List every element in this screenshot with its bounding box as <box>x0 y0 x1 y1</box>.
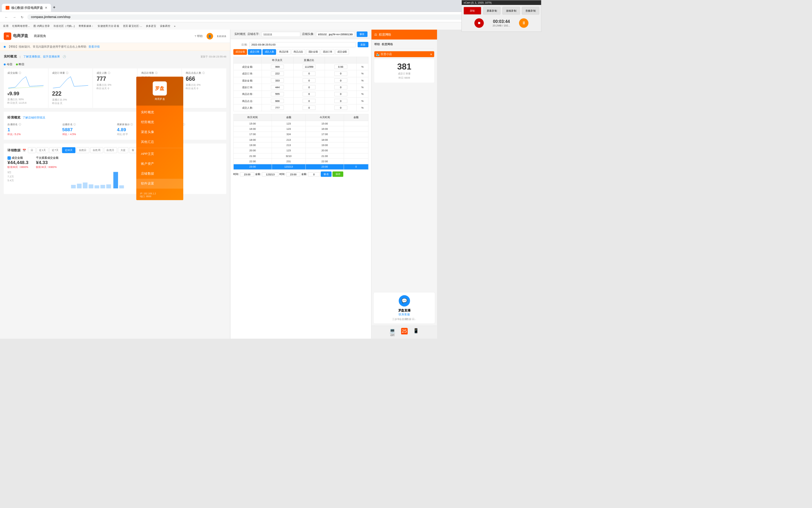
refund-amt-v1-input[interactable] <box>271 78 284 83</box>
back-button[interactable]: ← <box>4 14 9 20</box>
modify-store-button[interactable]: 修改 <box>357 31 368 37</box>
game-record-btn[interactable]: 游戏录制 <box>502 7 520 14</box>
customer-service-contact[interactable]: 联系客服 <box>376 313 432 316</box>
visitors-v3-input[interactable] <box>334 92 347 96</box>
menu-channel[interactable]: 渠道头像 <box>136 127 183 137</box>
revenue-v1-input[interactable] <box>271 65 284 69</box>
bottom-icon-2[interactable]: 25 <box>401 328 408 337</box>
bookmark-anjie[interactable]: 安捷使用方法·语雀 <box>96 24 121 28</box>
refund-amt-v3-input[interactable] <box>334 78 347 83</box>
store-close-btn[interactable]: ✕ <box>430 53 432 56</box>
bookmark-homepage[interactable]: 首页·薯宝社区·... <box>122 24 143 28</box>
refund-amt-v2-input[interactable] <box>303 78 316 83</box>
visitors-pct: % <box>357 91 368 97</box>
action-product-visits-btn[interactable]: 商品访客 <box>277 49 291 55</box>
action-orders-btn[interactable]: 成交订单 <box>248 49 262 55</box>
url-input[interactable] <box>27 14 522 20</box>
clicks-v1-input[interactable] <box>271 99 284 103</box>
bottom-modify-button[interactable]: 修改 <box>321 171 332 177</box>
tab-natural-month[interactable]: 自然月 <box>104 147 117 153</box>
revenue-v3-input[interactable] <box>334 65 347 69</box>
address-bar: ← → ↻ ☆ ⋮ <box>0 12 541 22</box>
menu-business[interactable]: 经营概览 <box>136 117 183 127</box>
record-btn[interactable]: 录制 <box>463 7 481 14</box>
clicks-v3-input[interactable] <box>334 99 347 103</box>
notification-link[interactable]: 查看详情 <box>88 45 100 49</box>
action-refund-amt-btn[interactable]: 退款金额 <box>306 49 320 55</box>
bottom-time2-input[interactable] <box>286 172 300 176</box>
menu-store-data[interactable]: 店铺数据 <box>136 169 183 179</box>
bookmark-device[interactable]: 设备调控 <box>159 24 172 28</box>
bookmark-duoduo[interactable]: 多多进宝 <box>144 24 158 28</box>
app-container: 抖 电商罗盘 商家视角 ? 帮助 👤 111111 【帮助】指标疑问、常见问题和… <box>0 30 541 339</box>
store-url-input[interactable] <box>316 32 355 37</box>
tab-custom[interactable]: 客 <box>129 147 137 153</box>
customers-v1-input[interactable] <box>271 105 284 110</box>
action-revenue2-btn[interactable]: 成交金额 <box>335 49 349 55</box>
visitors-v2-input[interactable] <box>303 92 316 96</box>
svg-rect-5 <box>94 185 99 188</box>
tab-close-button[interactable]: ✕ <box>45 6 47 10</box>
refund-orders-v1-input[interactable] <box>271 85 284 89</box>
menu-software-settings[interactable]: 软件设置 <box>136 179 183 189</box>
bookmark-apps[interactable]: 应用 <box>2 24 10 28</box>
tab-1day[interactable]: 近1天 <box>37 147 48 153</box>
screen-record-btn[interactable]: 屏幕录制 <box>483 7 500 14</box>
menu-other[interactable]: 其他汇总 <box>136 137 183 147</box>
store-name-input[interactable] <box>262 32 300 37</box>
bookmark-rednet[interactable]: 红客网络管理... <box>11 24 31 28</box>
biz-title: 经营概览 <box>7 115 20 120</box>
refund-orders-v2-input[interactable] <box>303 85 316 89</box>
customers-v2-input[interactable] <box>303 105 316 110</box>
stop-button[interactable]: ■ <box>474 18 484 28</box>
clicks-v2-input[interactable] <box>303 99 316 103</box>
refresh-data-button[interactable]: 刷新 <box>358 42 369 47</box>
realtime-subtitle[interactable]: 了解直播数据、提升直播效果 <box>23 55 60 59</box>
revenue-checkbox[interactable]: ✓ <box>7 156 11 159</box>
bookmark-more[interactable]: » <box>173 24 177 28</box>
new-tab-button[interactable]: + <box>51 3 57 12</box>
tab-day[interactable]: 日 <box>28 147 36 153</box>
action-customers-btn[interactable]: 成交人数 <box>263 49 276 55</box>
bottom-time1-input[interactable] <box>240 172 254 176</box>
tab-7day[interactable]: 近7天 <box>49 147 61 153</box>
bottom-time2-label: 时间: <box>279 173 285 176</box>
menu-account[interactable]: 账户资产 <box>136 159 183 169</box>
far-right-help[interactable]: 帮助 <box>374 42 380 46</box>
orders-v1-input[interactable] <box>271 72 284 76</box>
forward-button[interactable]: → <box>12 14 17 20</box>
bottom-amt2-input[interactable] <box>308 172 320 176</box>
orders-v3-input[interactable] <box>334 72 347 76</box>
bookmark-qingqing[interactable]: 青青新媒体： <box>77 24 96 28</box>
tab-30day[interactable]: 近30天 <box>62 147 75 153</box>
audio-record-btn[interactable]: 音频录制 <box>522 7 539 14</box>
bottom-amt1-input[interactable] <box>262 172 278 176</box>
menu-realtime[interactable]: 实时概览 <box>136 108 183 117</box>
row-revenue-label: 成交金额: <box>233 64 262 70</box>
bottom-icon-1[interactable]: 💻 远程 <box>389 328 395 337</box>
bookmark-jiubai[interactable]: 玖佰社区（代购...) <box>52 24 76 28</box>
nav-merchant[interactable]: 商家视角 <box>34 33 46 39</box>
bottom-icon-3[interactable]: 📱 <box>413 328 419 337</box>
action-refund-orders-btn[interactable]: 退款订单 <box>321 49 334 55</box>
orders-v2-input[interactable] <box>303 72 316 76</box>
tab-promo[interactable]: 大促 <box>118 147 128 153</box>
refresh-button[interactable]: ↻ <box>20 14 24 20</box>
revenue-v2-input[interactable] <box>303 65 316 69</box>
action-revenue-btn[interactable]: 成交金额 <box>233 49 247 55</box>
action-product-clicks-btn[interactable]: 商品点击 <box>291 49 305 55</box>
tab-natural-week[interactable]: 自然周 <box>90 147 103 153</box>
bookmark-cloud[interactable]: 图 内网云登录 <box>32 24 51 28</box>
refund-orders-v3-input[interactable] <box>334 85 347 89</box>
store-header: 🏪 百货小店 ✕ <box>374 51 434 57</box>
tab-natural-day[interactable]: 自然日 <box>76 147 89 153</box>
help-button[interactable]: ? 帮助 <box>195 34 203 38</box>
date-input[interactable] <box>249 42 356 47</box>
customers-v3-input[interactable] <box>334 105 347 110</box>
bottom-save-button[interactable]: 保存 <box>333 171 344 177</box>
active-tab[interactable]: 核心数据-抖音电商罗盘 ✕ <box>2 4 51 12</box>
visitors-v1-input[interactable] <box>271 92 284 96</box>
menu-app-home[interactable]: APP主页 <box>136 149 183 159</box>
biz-subtitle[interactable]: 了解店铺经营情况 <box>23 116 45 120</box>
pause-button[interactable]: ⏸ <box>519 18 529 28</box>
